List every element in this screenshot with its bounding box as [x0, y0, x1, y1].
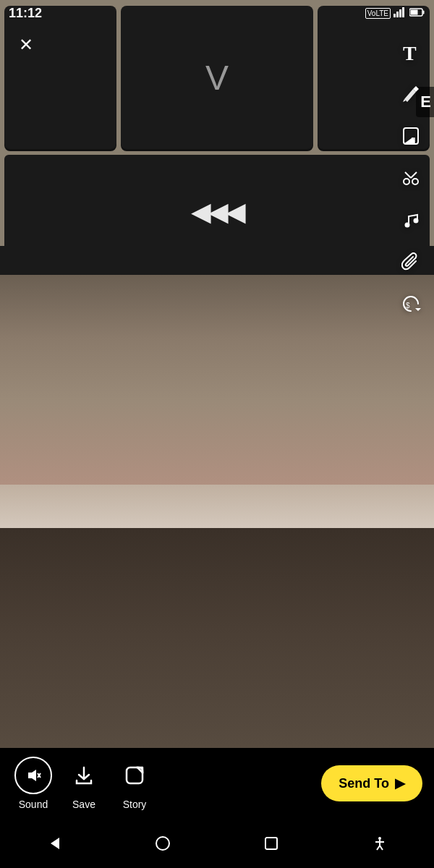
status-time: 11:12: [9, 6, 42, 21]
status-bar: 11:12 VoLTE: [0, 0, 434, 26]
trackpad-area: [0, 275, 434, 485]
svg-marker-22: [51, 838, 59, 849]
sound-label: Sound: [19, 799, 48, 810]
svg-line-29: [380, 846, 383, 850]
bottom-gray-bar: [0, 485, 434, 528]
dark-bottom-area: [0, 528, 434, 774]
svg-point-10: [412, 179, 418, 184]
svg-rect-3: [402, 7, 404, 17]
nav-recent-button[interactable]: [253, 825, 289, 861]
svg-rect-24: [265, 838, 277, 849]
svg-point-23: [156, 837, 169, 850]
svg-point-13: [405, 223, 410, 228]
keyboard-area: V ◀◀◀: [0, 0, 434, 275]
bottom-actions-left: Sound Save Story: [12, 757, 321, 810]
svg-point-14: [414, 218, 419, 224]
svg-point-25: [378, 837, 381, 840]
svg-marker-16: [28, 770, 36, 781]
draw-tool-button[interactable]: [395, 78, 427, 110]
svg-rect-5: [423, 11, 425, 14]
key-left: [4, 6, 116, 149]
rewind-icon: ◀◀◀: [191, 197, 243, 227]
volte-icon: VoLTE: [365, 8, 391, 19]
send-to-button[interactable]: Send To ▶: [321, 765, 422, 801]
timer-tool-button[interactable]: $: [395, 288, 427, 320]
send-to-label: Send To: [339, 776, 389, 791]
bottom-action-bar: Sound Save Story: [0, 748, 434, 819]
music-tool-button[interactable]: [395, 204, 427, 236]
close-button[interactable]: ✕: [12, 30, 41, 59]
story-action[interactable]: Story: [113, 757, 156, 810]
send-arrow-icon: ▶: [395, 775, 405, 791]
save-icon: [65, 757, 103, 794]
svg-rect-1: [396, 12, 399, 17]
nav-accessibility-button[interactable]: [362, 825, 398, 861]
status-icons: VoLTE: [365, 7, 425, 19]
svg-text:T: T: [403, 42, 417, 63]
right-toolbar: T: [395, 36, 427, 320]
svg-rect-6: [411, 10, 418, 15]
attachment-tool-button[interactable]: [395, 246, 427, 278]
nav-home-button[interactable]: [145, 825, 181, 861]
svg-line-12: [411, 172, 417, 178]
story-label: Story: [123, 799, 147, 810]
svg-point-9: [404, 179, 409, 184]
save-label: Save: [72, 799, 95, 810]
battery-icon: [409, 8, 425, 18]
svg-text:$: $: [406, 302, 410, 310]
sticker-tool-button[interactable]: [395, 120, 427, 152]
sound-icon-circle: [14, 757, 52, 794]
svg-rect-2: [399, 9, 401, 17]
svg-rect-0: [393, 14, 396, 17]
scissors-tool-button[interactable]: [395, 162, 427, 194]
key-v: V: [121, 6, 313, 149]
text-tool-button[interactable]: T: [395, 36, 427, 68]
key-v-letter: V: [205, 58, 229, 98]
svg-line-11: [405, 172, 411, 178]
save-action[interactable]: Save: [62, 757, 106, 810]
story-icon: [116, 757, 153, 794]
nav-back-button[interactable]: [36, 825, 72, 861]
sound-action[interactable]: Sound: [12, 757, 55, 810]
navigation-bar: [0, 819, 434, 868]
photo-background: V ◀◀◀: [0, 0, 434, 774]
signal-icon: [393, 7, 407, 19]
